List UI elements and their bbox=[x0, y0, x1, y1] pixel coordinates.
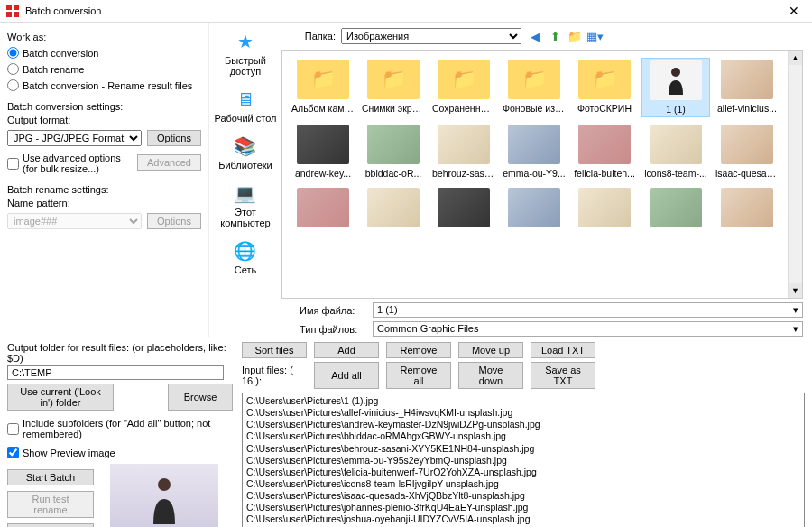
thumbnail-icon bbox=[297, 188, 349, 227]
scroll-down-icon[interactable]: ▼ bbox=[789, 283, 802, 298]
thumbnail-icon bbox=[650, 60, 702, 100]
save-txt-button[interactable]: Save as TXT bbox=[531, 362, 595, 389]
advanced-button: Advanced bbox=[137, 154, 201, 171]
load-txt-button[interactable]: Load TXT bbox=[531, 342, 595, 358]
list-item[interactable]: C:\Users\user\Pictures\icons8-team-lsRIj… bbox=[246, 478, 800, 490]
file-item[interactable] bbox=[430, 186, 497, 233]
nav-network[interactable]: 🌐Сеть bbox=[231, 239, 260, 275]
list-item[interactable]: C:\Users\user\Pictures\1 (1).jpg bbox=[246, 395, 800, 407]
run-test-rename-button: Run test rename bbox=[7, 491, 94, 518]
svg-point-4 bbox=[671, 68, 680, 77]
file-item[interactable]: isaac-quesad... bbox=[714, 123, 780, 180]
thumbnail-label: 1 (1) bbox=[644, 104, 707, 115]
view-icon[interactable]: ▦▾ bbox=[586, 28, 603, 44]
move-up-button[interactable]: Move up bbox=[458, 342, 523, 358]
list-item[interactable]: C:\Users\user\Pictures\emma-ou-Y95s2eyYb… bbox=[246, 455, 800, 467]
file-item[interactable]: allef-vinicius... bbox=[714, 58, 780, 117]
app-icon bbox=[5, 4, 20, 18]
nav-libraries[interactable]: 📚Библиотеки bbox=[218, 134, 272, 171]
browse-button[interactable]: Browse bbox=[168, 384, 233, 411]
back-icon[interactable]: ◀ bbox=[527, 28, 543, 44]
advanced-options-check[interactable]: Use advanced options (for bulk resize...… bbox=[7, 153, 132, 174]
nav-desktop[interactable]: 🖥Рабочий стол bbox=[214, 88, 276, 124]
list-item[interactable]: C:\Users\user\Pictures\johannes-plenio-3… bbox=[246, 502, 800, 513]
close-button[interactable]: ✕ bbox=[781, 4, 807, 18]
folder-item[interactable]: 📁Фоновые изображен... bbox=[501, 58, 567, 117]
file-item[interactable]: emma-ou-Y9... bbox=[501, 123, 567, 180]
thumbnail-label: andrew-key... bbox=[291, 168, 355, 179]
folder-item[interactable]: 📁Снимки экрана bbox=[360, 58, 427, 117]
input-files-list[interactable]: C:\Users\user\Pictures\1 (1).jpgC:\Users… bbox=[242, 393, 805, 527]
filetype-label: Тип файлов: bbox=[281, 324, 367, 335]
file-item[interactable] bbox=[290, 186, 356, 233]
file-item[interactable] bbox=[571, 186, 638, 233]
start-batch-button[interactable]: Start Batch bbox=[7, 469, 94, 485]
folder-label: Папка: bbox=[291, 31, 336, 42]
thumbnail-icon bbox=[367, 188, 420, 227]
thumbnail-label: bbiddac-oR... bbox=[362, 168, 425, 179]
output-format-label: Output format: bbox=[7, 115, 201, 125]
show-preview-check[interactable]: Show Preview image bbox=[7, 447, 233, 458]
list-item[interactable]: C:\Users\user\Pictures\allef-vinicius-_H… bbox=[246, 407, 800, 419]
remove-button[interactable]: Remove bbox=[386, 342, 451, 358]
remove-all-button[interactable]: Remove all bbox=[386, 362, 451, 389]
thumbnail-label: icons8-team-... bbox=[644, 168, 707, 179]
list-item[interactable]: C:\Users\user\Pictures\felicia-buitenwer… bbox=[246, 467, 800, 478]
scrollbar[interactable]: ▲ ▼ bbox=[788, 51, 802, 298]
add-button[interactable]: Add bbox=[314, 342, 379, 358]
nav-this-pc[interactable]: 💻Этот компьютер bbox=[209, 181, 281, 228]
file-item[interactable]: 1 (1) bbox=[641, 58, 710, 117]
output-format-select[interactable]: JPG - JPG/JPEG Format bbox=[7, 130, 142, 146]
add-all-button[interactable]: Add all bbox=[314, 362, 379, 389]
include-subfolders-check[interactable]: Include subfolders (for "Add all" button… bbox=[7, 418, 233, 439]
file-item[interactable]: felicia-buiten... bbox=[571, 123, 638, 180]
list-item[interactable]: C:\Users\user\Pictures\joshua-oyebanji-U… bbox=[246, 513, 800, 525]
radio-batch-conversion[interactable]: Batch conversion bbox=[7, 47, 201, 59]
thumbnail-grid[interactable]: 📁Альбом камеры📁Снимки экрана📁Сохраненные… bbox=[281, 50, 803, 299]
nav-quick-access[interactable]: ★Быстрый доступ bbox=[209, 30, 281, 77]
list-item[interactable]: C:\Users\user\Pictures\andrew-keymaster-… bbox=[246, 419, 800, 430]
move-down-button[interactable]: Move down bbox=[458, 362, 523, 389]
radio-batch-conv-rename[interactable]: Batch conversion - Rename result files bbox=[7, 79, 201, 91]
name-pattern-select: image### bbox=[7, 213, 142, 229]
thumbnail-icon bbox=[721, 60, 773, 99]
folder-item[interactable]: 📁ФотоСКРИН bbox=[571, 58, 638, 117]
file-item[interactable] bbox=[714, 186, 780, 233]
up-icon[interactable]: ⬆ bbox=[547, 28, 563, 44]
file-item[interactable] bbox=[501, 186, 567, 233]
desktop-icon: 🖥 bbox=[231, 88, 260, 111]
scroll-up-icon[interactable]: ▲ bbox=[789, 51, 802, 65]
preview-image bbox=[110, 464, 218, 527]
radio-batch-rename[interactable]: Batch rename bbox=[7, 63, 201, 75]
folder-item[interactable]: 📁Альбом камеры bbox=[290, 58, 356, 117]
cancel-button[interactable]: Cancel bbox=[7, 523, 94, 527]
new-folder-icon[interactable]: 📁 bbox=[567, 28, 583, 44]
file-browser: Папка: Изображения ◀ ⬆ 📁 ▦▾ 📁Альбом каме… bbox=[281, 23, 812, 337]
file-item[interactable]: behrouz-sasa... bbox=[430, 123, 497, 180]
thumbnail-label: behrouz-sasa... bbox=[432, 168, 495, 179]
rename-options-button: Options bbox=[147, 213, 201, 229]
sort-files-button[interactable]: Sort files bbox=[242, 342, 307, 358]
file-item[interactable] bbox=[360, 186, 427, 233]
folder-item[interactable]: 📁Сохраненные фотографии bbox=[430, 58, 497, 117]
use-current-folder-button[interactable]: Use current ('Look in') folder bbox=[7, 384, 114, 411]
list-item[interactable]: C:\Users\user\Pictures\behrouz-sasani-XY… bbox=[246, 443, 800, 455]
file-item[interactable]: andrew-key... bbox=[290, 123, 356, 180]
file-item[interactable] bbox=[641, 186, 710, 233]
input-files-label: Input files: ( 16 ): bbox=[242, 362, 307, 389]
svg-rect-3 bbox=[14, 12, 19, 17]
format-options-button[interactable]: Options bbox=[147, 130, 201, 146]
thumbnail-label: allef-vinicius... bbox=[715, 103, 779, 114]
output-folder-input[interactable] bbox=[7, 365, 224, 380]
thumbnail-icon: 📁 bbox=[367, 60, 420, 99]
filename-label: Имя файла: bbox=[281, 305, 367, 316]
work-as-label: Work as: bbox=[7, 32, 201, 42]
filename-combo[interactable]: 1 (1)▾ bbox=[373, 302, 803, 318]
thumbnail-icon bbox=[650, 125, 702, 164]
filetype-combo[interactable]: Common Graphic Files▾ bbox=[373, 321, 803, 337]
list-item[interactable]: C:\Users\user\Pictures\bbiddac-oRMAhgxGB… bbox=[246, 430, 800, 442]
file-item[interactable]: icons8-team-... bbox=[641, 123, 710, 180]
list-item[interactable]: C:\Users\user\Pictures\isaac-quesada-XhV… bbox=[246, 490, 800, 502]
file-item[interactable]: bbiddac-oR... bbox=[360, 123, 427, 180]
folder-select[interactable]: Изображения bbox=[341, 28, 521, 44]
